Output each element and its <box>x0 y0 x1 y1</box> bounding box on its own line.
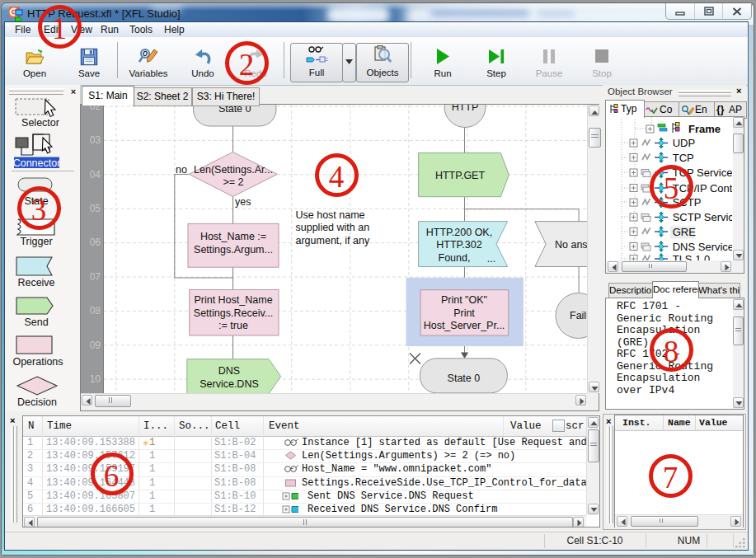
svg-text::= true: := true <box>218 320 248 331</box>
svg-text:yes: yes <box>235 196 251 208</box>
svg-text:HTTP.302: HTTP.302 <box>436 239 481 251</box>
svg-text:HTTP.200 OK,: HTTP.200 OK, <box>426 227 492 238</box>
svg-text:SCTP Service: SCTP Service <box>673 211 732 223</box>
svg-text:supplied with an: supplied with an <box>296 222 370 233</box>
svg-text:Frame: Frame <box>688 123 721 135</box>
svg-text:Print Host_Name: Print Host_Name <box>194 294 272 306</box>
svg-text:No answer: No answer <box>555 239 587 251</box>
svg-text:>= 2: >= 2 <box>223 176 243 188</box>
svg-text:UDP: UDP <box>673 137 695 149</box>
svg-text:Operations: Operations <box>12 356 63 368</box>
svg-text:Settings.Receiv...: Settings.Receiv... <box>194 307 273 319</box>
svg-text:Selector: Selector <box>21 117 59 129</box>
svg-text:Receive: Receive <box>17 277 54 288</box>
svg-text:HTTP: HTTP <box>452 105 479 113</box>
svg-text:Len(Settings.Ar...: Len(Settings.Ar... <box>194 164 273 176</box>
svg-text:Failure: Failure <box>570 310 587 321</box>
svg-text:Host_Server_Pr...: Host_Server_Pr... <box>424 320 505 331</box>
svg-text:Use host name: Use host name <box>296 209 365 221</box>
svg-text:Decision: Decision <box>17 396 57 408</box>
svg-text:DNS: DNS <box>218 365 240 377</box>
svg-text:GRE: GRE <box>673 226 697 238</box>
svg-text:...: ... <box>487 253 495 265</box>
svg-text:Found,: Found, <box>439 252 471 264</box>
svg-text:TLS 1.0: TLS 1.0 <box>673 253 711 260</box>
svg-text:HTTP.GET: HTTP.GET <box>435 170 486 181</box>
svg-text:Print "OK": Print "OK" <box>441 294 487 306</box>
svg-text:Connector: Connector <box>13 157 61 169</box>
svg-text:Host_Name :=: Host_Name := <box>200 231 266 242</box>
svg-text:Print: Print <box>453 307 475 319</box>
svg-text:DNS Service: DNS Service <box>673 241 732 253</box>
svg-text:Trigger: Trigger <box>20 236 52 247</box>
svg-text:TCP: TCP <box>673 152 694 164</box>
svg-text:Settings.Argum...: Settings.Argum... <box>194 244 273 256</box>
svg-text:Service.DNS: Service.DNS <box>200 378 259 390</box>
svg-text:no: no <box>176 164 187 176</box>
svg-text:Send: Send <box>24 317 48 328</box>
svg-text:State 0: State 0 <box>448 373 481 384</box>
svg-text:argument, if any: argument, if any <box>296 235 370 246</box>
